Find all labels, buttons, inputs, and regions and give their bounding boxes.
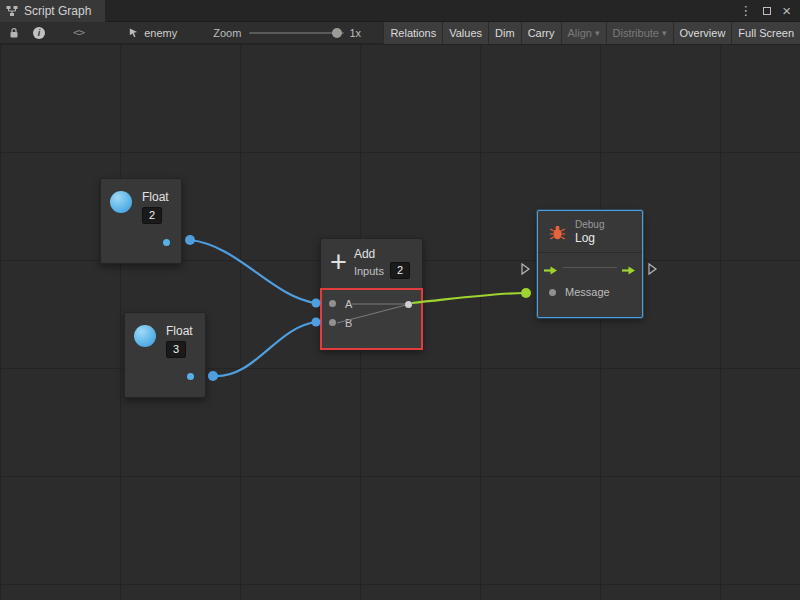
add-input-port-a[interactable]: [329, 300, 336, 307]
zoom-value: 1x: [349, 27, 361, 39]
wire-float1-to-add-a: [190, 240, 316, 303]
message-input-port[interactable]: [549, 289, 556, 296]
bug-icon: [549, 224, 566, 241]
kebab-menu-icon[interactable]: ⋮: [739, 0, 752, 22]
float-node-2-title: Float: [166, 325, 193, 337]
add-node-title: Add: [354, 248, 410, 260]
wire-endpoint: [208, 371, 218, 381]
add-port-row-b: B: [322, 313, 421, 332]
debug-log-node[interactable]: Debug Log Message: [537, 210, 643, 318]
tab-title: Script Graph: [24, 4, 91, 18]
dim-button[interactable]: Dim: [488, 22, 521, 44]
toolbar-buttons: Relations Values Dim Carry Align▾ Distri…: [383, 22, 800, 44]
chevron-down-icon: ▾: [595, 28, 600, 38]
add-node[interactable]: + Add Inputs 2 A: [320, 238, 423, 350]
graph-toolbar: i <> enemy Zoom 1x Relations Values Dim …: [0, 22, 800, 44]
align-label: Align: [568, 27, 592, 39]
values-button[interactable]: Values: [442, 22, 488, 44]
float-node-1-title: Float: [142, 191, 169, 203]
zoom-label: Zoom: [213, 27, 241, 39]
wire-endpoint: [185, 235, 195, 245]
wire-endpoint: [521, 288, 531, 298]
graph-name: enemy: [144, 27, 177, 39]
zoom-slider-track: [249, 32, 344, 34]
wire-add-to-debug-message: [412, 293, 525, 303]
float-node-2-header: Float 3: [125, 313, 205, 358]
graph-canvas[interactable]: Float 2 Float 3 + Add: [0, 44, 800, 600]
overview-button[interactable]: Overview: [673, 22, 732, 44]
overview-label: Overview: [680, 27, 726, 39]
float-node-2-value[interactable]: 3: [166, 341, 186, 358]
full-screen-label: Full Screen: [738, 27, 794, 39]
flow-triangle-right[interactable]: [647, 262, 658, 280]
relations-label: Relations: [390, 27, 436, 39]
carry-label: Carry: [528, 27, 555, 39]
script-graph-icon: [6, 5, 18, 17]
values-label: Values: [449, 27, 482, 39]
graph-asset-icon: [128, 27, 139, 38]
float-icon: [110, 191, 132, 213]
add-node-header: + Add Inputs 2: [321, 239, 422, 279]
plus-icon: +: [330, 249, 347, 275]
distribute-label: Distribute: [613, 27, 659, 39]
carry-button[interactable]: Carry: [521, 22, 561, 44]
message-label: Message: [565, 286, 610, 298]
add-output-port[interactable]: [405, 301, 412, 308]
add-port-b-label: B: [345, 317, 352, 329]
add-input-port-b[interactable]: [329, 319, 336, 326]
debug-node-category: Debug: [575, 219, 604, 230]
debug-node-header: Debug Log: [538, 211, 642, 253]
debug-flow-row: [538, 253, 642, 282]
lock-icon[interactable]: [5, 22, 23, 44]
add-port-a-label: A: [345, 298, 352, 310]
add-inputs-label: Inputs: [354, 265, 384, 277]
script-graph-window: Script Graph ⋮ × i <> enemy: [0, 0, 800, 600]
float-node-2-output-port[interactable]: [187, 373, 194, 380]
wire-float2-to-add-b: [213, 322, 316, 376]
zoom-slider[interactable]: [249, 22, 344, 44]
title-bar: Script Graph ⋮ ×: [0, 0, 800, 22]
float-node-1-output-port[interactable]: [163, 239, 170, 246]
zoom-slider-knob[interactable]: [332, 28, 342, 38]
graph-breadcrumb[interactable]: enemy: [128, 27, 177, 39]
flow-output-port[interactable]: [621, 262, 637, 280]
maximize-icon[interactable]: [762, 6, 772, 16]
float-node-1-value[interactable]: 2: [142, 207, 162, 224]
dim-label: Dim: [495, 27, 515, 39]
float-node-1-header: Float 2: [101, 179, 181, 224]
distribute-button[interactable]: Distribute▾: [606, 22, 673, 44]
chevron-down-icon: ▾: [662, 28, 667, 38]
info-icon[interactable]: i: [33, 27, 45, 39]
add-ports-highlight: A B: [320, 288, 423, 350]
float-node-1[interactable]: Float 2: [100, 178, 182, 264]
tab-script-graph[interactable]: Script Graph: [0, 0, 105, 22]
relations-button[interactable]: Relations: [383, 22, 442, 44]
float-icon: [134, 325, 156, 347]
code-icon[interactable]: <>: [73, 26, 84, 39]
close-icon[interactable]: ×: [782, 0, 791, 22]
full-screen-button[interactable]: Full Screen: [731, 22, 800, 44]
flow-input-port[interactable]: [543, 262, 559, 280]
debug-message-row: Message: [538, 286, 642, 298]
add-inputs-count[interactable]: 2: [390, 262, 410, 279]
flow-triangle-left[interactable]: [520, 262, 531, 280]
debug-node-title: Log: [575, 231, 604, 245]
window-controls: ⋮ ×: [739, 0, 800, 22]
float-node-2[interactable]: Float 3: [124, 312, 206, 398]
align-button[interactable]: Align▾: [561, 22, 606, 44]
